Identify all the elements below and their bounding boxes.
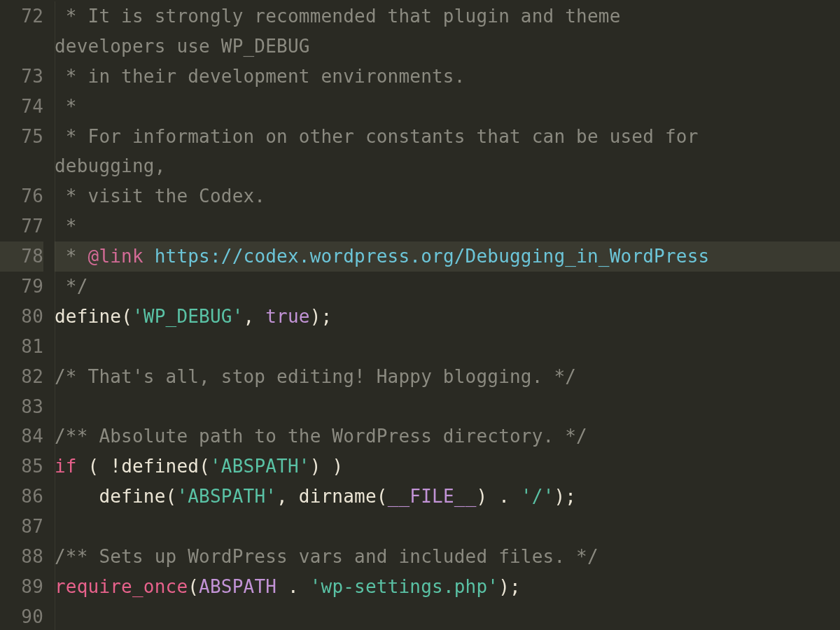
code-token: ); [554,486,576,507]
line-number: 78 [0,241,43,272]
line-number: 89 [0,572,43,602]
indent-guide [55,451,55,482]
code-token: __FILE__ [388,486,477,507]
code-line[interactable]: */ [55,272,840,302]
code-token: * in their development environments. [55,66,465,87]
code-token: /** Absolute path to the WordPress direc… [55,426,587,447]
indent-guide [55,362,55,392]
code-token: 'wp-settings.php' [310,576,499,597]
line-number: 74 [0,92,43,122]
code-token: developers use WP_DEBUG [55,36,310,57]
line-number: 86 [0,482,43,512]
indent-guide [55,122,55,152]
line-number: 90 [0,602,43,630]
code-token: ) [476,486,498,507]
code-token: , [244,306,266,327]
code-token: 'WP_DEBUG' [132,306,244,327]
code-token: ( [77,456,111,477]
indent-guide [55,241,55,272]
indent-guide [55,602,55,630]
code-line-wrap[interactable]: developers use WP_DEBUG [55,31,840,62]
code-token [276,576,288,597]
code-token: debugging, [55,155,166,176]
indent-guide [55,482,55,512]
code-token: , [276,486,299,507]
code-line[interactable]: * @link https://codex.wordpress.org/Debu… [55,241,840,272]
code-line[interactable] [55,602,840,630]
code-token: ABSPATH [199,576,276,597]
indent-guide [55,512,55,542]
code-token: ); [310,306,332,327]
code-token [510,486,521,507]
code-line[interactable]: * It is strongly recommended that plugin… [55,1,840,31]
code-token: * visit the Codex. [55,186,265,206]
code-token: @link [88,246,144,267]
code-token: . [288,576,299,597]
code-line[interactable]: define('WP_DEBUG', true); [55,302,840,332]
code-editor[interactable]: 72 737475 767778798081828384858687888990… [0,0,840,630]
code-token: ( [188,576,199,597]
line-number: 76 [0,181,43,211]
code-token: '/' [521,486,554,507]
line-number: 79 [0,272,43,302]
line-number-wrap [0,31,43,62]
indent-guide [55,31,55,62]
indent-guide [55,1,55,31]
indent-guide [55,92,55,122]
line-number: 87 [0,512,43,542]
code-token [55,486,99,507]
line-number: 73 [0,62,43,92]
code-token: * [55,96,77,117]
indent-guide [55,572,55,602]
indent-guide [55,392,55,422]
code-line[interactable]: if ( !defined('ABSPATH') ) [55,451,840,482]
code-token: true [265,306,309,327]
code-token: defined [121,456,199,477]
code-token: https://codex.wordpress.org/Debugging_in… [155,246,710,267]
indent-guide [55,302,55,332]
code-token: * [55,216,77,237]
line-number: 72 [0,1,43,31]
code-line[interactable]: * in their development environments. [55,62,840,92]
line-number: 88 [0,542,43,572]
code-token: define [99,486,165,507]
code-token: require_once [55,576,188,597]
code-line[interactable]: * [55,211,840,241]
code-token: ) ) [310,456,344,477]
code-token: ( [121,306,132,327]
code-token: dirname [299,486,377,507]
code-token: ! [110,456,121,477]
line-number-wrap [0,151,43,181]
indent-guide [55,542,55,572]
indent-guide [55,272,55,302]
code-line[interactable] [55,392,840,422]
code-token: if [55,456,77,477]
code-line[interactable]: /** Sets up WordPress vars and included … [55,542,840,572]
code-line[interactable] [55,512,840,542]
line-number: 75 [0,122,43,152]
code-line[interactable]: define('ABSPATH', dirname(__FILE__) . '/… [55,482,840,512]
code-line-wrap[interactable]: debugging, [55,151,840,181]
code-area[interactable]: * It is strongly recommended that plugin… [49,1,840,630]
code-token: ( [199,456,210,477]
code-token: define [55,306,121,327]
code-line[interactable]: * [55,92,840,122]
code-token: . [498,486,510,507]
code-token: 'ABSPATH' [210,456,310,477]
code-line[interactable]: require_once(ABSPATH . 'wp-settings.php'… [55,572,840,602]
indent-guide [55,211,55,241]
code-line[interactable]: * For information on other constants tha… [55,122,840,152]
line-number: 83 [0,392,43,422]
code-token: ( [166,486,177,507]
line-number: 80 [0,302,43,332]
code-line[interactable]: * visit the Codex. [55,181,840,211]
code-line[interactable] [55,332,840,362]
code-token [144,246,155,267]
code-line[interactable]: /** Absolute path to the WordPress direc… [55,421,840,451]
code-token: */ [55,276,88,297]
indent-guide [55,181,55,211]
code-line[interactable]: /* That's all, stop editing! Happy blogg… [55,362,840,392]
line-number: 84 [0,421,43,451]
line-number: 81 [0,332,43,362]
line-number: 85 [0,451,43,482]
